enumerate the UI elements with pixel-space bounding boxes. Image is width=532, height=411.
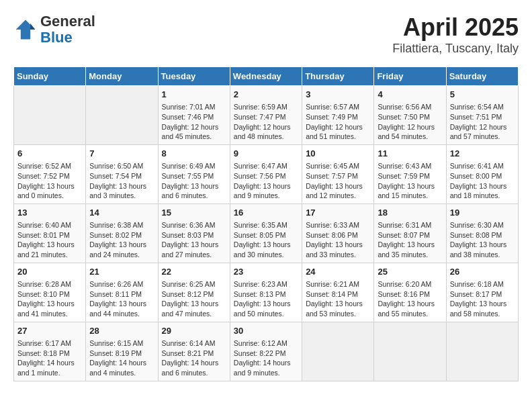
day-number: 29 — [162, 325, 226, 337]
day-number: 18 — [378, 207, 442, 219]
calendar-cell — [302, 322, 374, 381]
page-header: General Blue April 2025 Filattiera, Tusc… — [13, 13, 519, 56]
calendar-cell: 5Sunrise: 6:54 AM Sunset: 7:51 PM Daylig… — [446, 86, 518, 145]
day-number: 10 — [306, 148, 370, 160]
calendar-cell — [446, 322, 518, 381]
cell-content: Sunrise: 6:25 AM Sunset: 8:12 PM Dayligh… — [162, 279, 226, 319]
calendar-cell: 18Sunrise: 6:31 AM Sunset: 8:07 PM Dayli… — [374, 203, 446, 263]
calendar-cell: 12Sunrise: 6:41 AM Sunset: 8:00 PM Dayli… — [446, 144, 518, 203]
cell-content: Sunrise: 6:33 AM Sunset: 8:06 PM Dayligh… — [306, 220, 370, 260]
day-number: 1 — [162, 89, 226, 101]
calendar-cell: 19Sunrise: 6:30 AM Sunset: 8:08 PM Dayli… — [446, 203, 518, 263]
header-cell-monday: Monday — [86, 67, 158, 86]
cell-content: Sunrise: 6:40 AM Sunset: 8:01 PM Dayligh… — [17, 220, 82, 260]
calendar-cell: 20Sunrise: 6:28 AM Sunset: 8:10 PM Dayli… — [14, 263, 86, 322]
cell-content: Sunrise: 6:45 AM Sunset: 7:57 PM Dayligh… — [306, 161, 370, 201]
svg-marker-1 — [30, 24, 35, 30]
logo-icon — [13, 17, 38, 42]
day-number: 19 — [450, 207, 515, 219]
cell-content: Sunrise: 6:50 AM Sunset: 7:54 PM Dayligh… — [89, 161, 154, 201]
day-number: 23 — [234, 266, 298, 278]
header-cell-sunday: Sunday — [14, 67, 86, 86]
calendar-cell: 25Sunrise: 6:20 AM Sunset: 8:16 PM Dayli… — [374, 263, 446, 322]
calendar-week-5: 27Sunrise: 6:17 AM Sunset: 8:18 PM Dayli… — [14, 322, 519, 381]
title-block: April 2025 Filattiera, Tuscany, Italy — [392, 13, 519, 56]
logo: General Blue — [13, 13, 95, 46]
calendar-header: SundayMondayTuesdayWednesdayThursdayFrid… — [14, 67, 519, 86]
header-row: SundayMondayTuesdayWednesdayThursdayFrid… — [14, 67, 519, 86]
header-cell-friday: Friday — [374, 67, 446, 86]
cell-content: Sunrise: 6:43 AM Sunset: 7:59 PM Dayligh… — [378, 161, 442, 201]
calendar-cell: 30Sunrise: 6:12 AM Sunset: 8:22 PM Dayli… — [230, 322, 302, 381]
calendar-cell: 8Sunrise: 6:49 AM Sunset: 7:55 PM Daylig… — [158, 144, 230, 203]
calendar-body: 1Sunrise: 7:01 AM Sunset: 7:46 PM Daylig… — [14, 86, 519, 381]
cell-content: Sunrise: 6:54 AM Sunset: 7:51 PM Dayligh… — [450, 102, 515, 142]
calendar-cell: 22Sunrise: 6:25 AM Sunset: 8:12 PM Dayli… — [158, 263, 230, 322]
calendar-cell: 21Sunrise: 6:26 AM Sunset: 8:11 PM Dayli… — [86, 263, 158, 322]
calendar-cell: 2Sunrise: 6:59 AM Sunset: 7:47 PM Daylig… — [230, 86, 302, 145]
day-number: 17 — [306, 207, 370, 219]
day-number: 13 — [17, 207, 82, 219]
cell-content: Sunrise: 6:36 AM Sunset: 8:03 PM Dayligh… — [162, 220, 226, 260]
calendar-cell: 15Sunrise: 6:36 AM Sunset: 8:03 PM Dayli… — [158, 203, 230, 263]
day-number: 15 — [162, 207, 226, 219]
cell-content: Sunrise: 6:47 AM Sunset: 7:56 PM Dayligh… — [234, 161, 298, 201]
cell-content: Sunrise: 6:15 AM Sunset: 8:19 PM Dayligh… — [89, 338, 154, 378]
calendar-cell: 13Sunrise: 6:40 AM Sunset: 8:01 PM Dayli… — [14, 203, 86, 263]
cell-content: Sunrise: 6:14 AM Sunset: 8:21 PM Dayligh… — [162, 338, 226, 378]
cell-content: Sunrise: 6:26 AM Sunset: 8:11 PM Dayligh… — [89, 279, 154, 319]
calendar-cell — [86, 86, 158, 145]
cell-content: Sunrise: 6:30 AM Sunset: 8:08 PM Dayligh… — [450, 220, 515, 260]
calendar-cell: 4Sunrise: 6:56 AM Sunset: 7:50 PM Daylig… — [374, 86, 446, 145]
cell-content: Sunrise: 6:57 AM Sunset: 7:49 PM Dayligh… — [306, 102, 370, 142]
cell-content: Sunrise: 6:21 AM Sunset: 8:14 PM Dayligh… — [306, 279, 370, 319]
day-number: 24 — [306, 266, 370, 278]
day-number: 12 — [450, 148, 515, 160]
day-number: 20 — [17, 266, 82, 278]
cell-content: Sunrise: 6:49 AM Sunset: 7:55 PM Dayligh… — [162, 161, 226, 201]
header-cell-tuesday: Tuesday — [158, 67, 230, 86]
day-number: 16 — [234, 207, 298, 219]
day-number: 27 — [17, 325, 82, 337]
calendar-week-4: 20Sunrise: 6:28 AM Sunset: 8:10 PM Dayli… — [14, 263, 519, 322]
calendar-cell: 26Sunrise: 6:18 AM Sunset: 8:17 PM Dayli… — [446, 263, 518, 322]
logo-text: General Blue — [40, 13, 95, 46]
day-number: 21 — [89, 266, 154, 278]
header-cell-saturday: Saturday — [446, 67, 518, 86]
day-number: 22 — [162, 266, 226, 278]
calendar-cell: 23Sunrise: 6:23 AM Sunset: 8:13 PM Dayli… — [230, 263, 302, 322]
cell-content: Sunrise: 6:12 AM Sunset: 8:22 PM Dayligh… — [234, 338, 298, 378]
calendar-week-2: 6Sunrise: 6:52 AM Sunset: 7:52 PM Daylig… — [14, 144, 519, 203]
header-cell-wednesday: Wednesday — [230, 67, 302, 86]
calendar-cell: 27Sunrise: 6:17 AM Sunset: 8:18 PM Dayli… — [14, 322, 86, 381]
cell-content: Sunrise: 6:31 AM Sunset: 8:07 PM Dayligh… — [378, 220, 442, 260]
day-number: 30 — [234, 325, 298, 337]
cell-content: Sunrise: 6:23 AM Sunset: 8:13 PM Dayligh… — [234, 279, 298, 319]
calendar-cell: 10Sunrise: 6:45 AM Sunset: 7:57 PM Dayli… — [302, 144, 374, 203]
cell-content: Sunrise: 6:17 AM Sunset: 8:18 PM Dayligh… — [17, 338, 82, 378]
calendar-cell: 14Sunrise: 6:38 AM Sunset: 8:02 PM Dayli… — [86, 203, 158, 263]
calendar-cell: 28Sunrise: 6:15 AM Sunset: 8:19 PM Dayli… — [86, 322, 158, 381]
calendar-cell: 3Sunrise: 6:57 AM Sunset: 7:49 PM Daylig… — [302, 86, 374, 145]
header-cell-thursday: Thursday — [302, 67, 374, 86]
cell-content: Sunrise: 6:18 AM Sunset: 8:17 PM Dayligh… — [450, 279, 515, 319]
cell-content: Sunrise: 6:52 AM Sunset: 7:52 PM Dayligh… — [17, 161, 82, 201]
cell-content: Sunrise: 7:01 AM Sunset: 7:46 PM Dayligh… — [162, 102, 226, 142]
calendar-cell: 29Sunrise: 6:14 AM Sunset: 8:21 PM Dayli… — [158, 322, 230, 381]
cell-content: Sunrise: 6:41 AM Sunset: 8:00 PM Dayligh… — [450, 161, 515, 201]
day-number: 28 — [89, 325, 154, 337]
calendar-table: SundayMondayTuesdayWednesdayThursdayFrid… — [13, 66, 519, 381]
day-number: 26 — [450, 266, 515, 278]
day-number: 3 — [306, 89, 370, 101]
calendar-cell: 1Sunrise: 7:01 AM Sunset: 7:46 PM Daylig… — [158, 86, 230, 145]
calendar-week-3: 13Sunrise: 6:40 AM Sunset: 8:01 PM Dayli… — [14, 203, 519, 263]
day-number: 9 — [234, 148, 298, 160]
day-number: 4 — [378, 89, 442, 101]
calendar-subtitle: Filattiera, Tuscany, Italy — [392, 42, 519, 56]
calendar-title: April 2025 — [392, 13, 519, 42]
calendar-cell: 9Sunrise: 6:47 AM Sunset: 7:56 PM Daylig… — [230, 144, 302, 203]
day-number: 7 — [89, 148, 154, 160]
day-number: 6 — [17, 148, 82, 160]
cell-content: Sunrise: 6:28 AM Sunset: 8:10 PM Dayligh… — [17, 279, 82, 319]
cell-content: Sunrise: 6:20 AM Sunset: 8:16 PM Dayligh… — [378, 279, 442, 319]
